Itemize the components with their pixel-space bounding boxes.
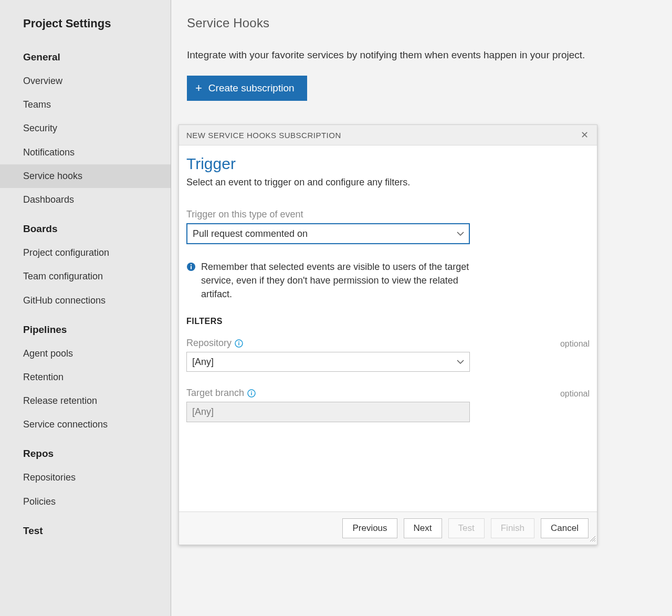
close-icon[interactable]: ✕ xyxy=(581,130,589,140)
info-icon xyxy=(235,339,243,348)
repository-label: Repository xyxy=(186,338,243,349)
sidebar-item-dashboards[interactable]: Dashboards xyxy=(0,188,171,212)
dialog-header-title: NEW SERVICE HOOKS SUBSCRIPTION xyxy=(186,131,341,140)
info-icon xyxy=(186,262,196,272)
info-note: Remember that selected events are visibl… xyxy=(186,260,470,301)
page-title: Service Hooks xyxy=(187,16,656,30)
info-icon xyxy=(247,389,256,398)
plus-icon: + xyxy=(195,82,202,94)
event-type-label: Trigger on this type of event xyxy=(186,209,590,220)
repository-select[interactable]: [Any] xyxy=(186,352,470,372)
sidebar-section-general: General xyxy=(0,40,171,69)
dialog-body: Trigger Select an event to trigger on an… xyxy=(179,145,597,511)
next-button[interactable]: Next xyxy=(404,518,442,538)
finish-button[interactable]: Finish xyxy=(491,518,534,538)
svg-rect-1 xyxy=(191,266,192,269)
dialog-title: Trigger xyxy=(186,155,590,173)
sidebar-item-notifications[interactable]: Notifications xyxy=(0,141,171,164)
sidebar-item-team-configuration[interactable]: Team configuration xyxy=(0,265,171,288)
svg-line-11 xyxy=(594,540,595,541)
target-branch-label: Target branch xyxy=(186,388,256,399)
previous-button[interactable]: Previous xyxy=(342,518,397,538)
sidebar: Project Settings General Overview Teams … xyxy=(0,0,171,616)
sidebar-item-overview[interactable]: Overview xyxy=(0,69,171,93)
test-button[interactable]: Test xyxy=(448,518,485,538)
sidebar-item-security[interactable]: Security xyxy=(0,117,171,140)
target-branch-optional: optional xyxy=(560,389,590,399)
sidebar-item-service-connections[interactable]: Service connections xyxy=(0,413,171,436)
svg-rect-8 xyxy=(251,391,252,392)
filters-heading: FILTERS xyxy=(186,317,590,326)
sidebar-section-repos: Repos xyxy=(0,436,171,466)
sidebar-section-test: Test xyxy=(0,514,171,543)
sidebar-item-service-hooks[interactable]: Service hooks xyxy=(0,164,171,188)
svg-rect-2 xyxy=(191,264,192,265)
resize-grip-icon[interactable] xyxy=(589,535,596,544)
dialog-subtitle: Select an event to trigger on and config… xyxy=(186,177,590,188)
new-subscription-dialog: NEW SERVICE HOOKS SUBSCRIPTION ✕ Trigger… xyxy=(178,124,597,545)
repository-optional: optional xyxy=(560,339,590,349)
event-type-select[interactable]: Pull request commented on xyxy=(186,223,470,244)
svg-rect-7 xyxy=(251,392,252,395)
sidebar-title: Project Settings xyxy=(0,9,171,40)
page-description: Integrate with your favorite services by… xyxy=(187,49,656,61)
dialog-header: NEW SERVICE HOOKS SUBSCRIPTION ✕ xyxy=(179,125,597,145)
sidebar-item-retention[interactable]: Retention xyxy=(0,366,171,389)
svg-rect-5 xyxy=(238,341,239,342)
sidebar-item-agent-pools[interactable]: Agent pools xyxy=(0,342,171,366)
create-subscription-label: Create subscription xyxy=(208,82,295,94)
svg-rect-4 xyxy=(238,342,239,345)
info-text: Remember that selected events are visibl… xyxy=(201,260,470,301)
sidebar-section-pipelines: Pipelines xyxy=(0,312,171,342)
create-subscription-button[interactable]: + Create subscription xyxy=(187,76,307,101)
sidebar-item-github-connections[interactable]: GitHub connections xyxy=(0,289,171,312)
sidebar-item-policies[interactable]: Policies xyxy=(0,490,171,514)
cancel-button[interactable]: Cancel xyxy=(541,518,589,538)
sidebar-item-teams[interactable]: Teams xyxy=(0,93,171,117)
sidebar-item-release-retention[interactable]: Release retention xyxy=(0,389,171,413)
dialog-footer: Previous Next Test Finish Cancel xyxy=(179,511,597,545)
sidebar-item-project-configuration[interactable]: Project configuration xyxy=(0,241,171,265)
sidebar-item-repositories[interactable]: Repositories xyxy=(0,466,171,489)
target-branch-input: [Any] xyxy=(186,402,470,422)
sidebar-section-boards: Boards xyxy=(0,212,171,241)
